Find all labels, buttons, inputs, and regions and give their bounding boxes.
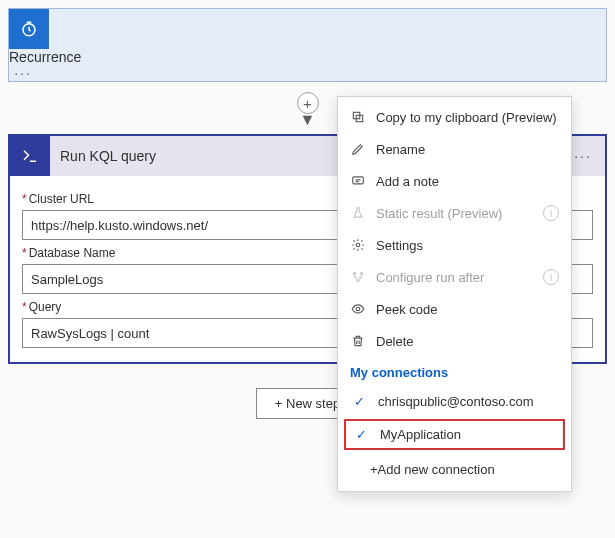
svg-rect-3 — [353, 177, 364, 184]
menu-configure-run-after: Configure run after i — [338, 261, 571, 293]
menu-rename[interactable]: Rename — [338, 133, 571, 165]
recurrence-overflow-menu[interactable]: ··· — [9, 65, 37, 81]
svg-point-6 — [360, 272, 362, 274]
menu-static-result: Static result (Preview) i — [338, 197, 571, 229]
svg-point-8 — [356, 307, 360, 311]
flask-icon — [350, 205, 366, 221]
menu-peek-code[interactable]: Peek code — [338, 293, 571, 325]
recurrence-card[interactable]: Recurrence ··· — [8, 8, 607, 82]
add-new-connection[interactable]: +Add new connection — [338, 452, 571, 487]
menu-settings[interactable]: Settings — [338, 229, 571, 261]
note-icon — [350, 173, 366, 189]
pencil-icon — [350, 141, 366, 157]
connection-myapplication[interactable]: ✓ MyApplication — [344, 419, 565, 450]
terminal-icon — [10, 136, 50, 176]
check-icon: ✓ — [352, 394, 366, 409]
menu-delete[interactable]: Delete — [338, 325, 571, 357]
branch-icon — [350, 269, 366, 285]
arrow-down-icon: ▼ — [300, 112, 316, 128]
check-icon: ✓ — [354, 427, 368, 442]
info-icon: i — [543, 205, 559, 221]
menu-add-note[interactable]: Add a note — [338, 165, 571, 197]
action-context-menu: Copy to my clipboard (Preview) Rename Ad… — [337, 96, 572, 492]
kql-overflow-menu[interactable]: ··· — [569, 148, 597, 164]
menu-copy-clipboard[interactable]: Copy to my clipboard (Preview) — [338, 101, 571, 133]
info-icon: i — [543, 269, 559, 285]
menu-connections-header: My connections — [338, 357, 571, 386]
svg-point-7 — [357, 279, 359, 281]
svg-point-5 — [353, 272, 355, 274]
copy-icon — [350, 109, 366, 125]
trash-icon — [350, 333, 366, 349]
clock-icon — [9, 9, 49, 49]
recurrence-title: Recurrence — [9, 49, 606, 65]
connection-chrisqpublic[interactable]: ✓ chrisqpublic@contoso.com — [338, 386, 571, 417]
eye-icon — [350, 301, 366, 317]
gear-icon — [350, 237, 366, 253]
svg-point-4 — [356, 243, 360, 247]
